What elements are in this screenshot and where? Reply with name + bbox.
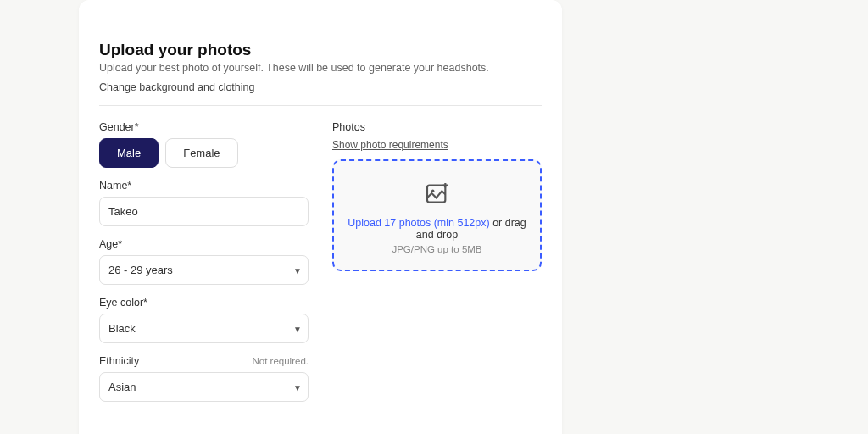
ethnicity-label: Ethnicity Not required. [99,355,309,367]
name-input[interactable] [99,197,309,226]
form-column: Gender* Male Female Name* Age* ▼ Eye col… [99,121,309,414]
photos-column: Photos Show photo requirements Upload 17… [332,121,542,414]
dropzone-text: Upload 17 photos (min 512px) or drag and… [346,217,528,241]
gender-male-button[interactable]: Male [99,138,159,168]
ethnicity-label-text: Ethnicity [99,355,139,367]
gender-female-button[interactable]: Female [165,138,237,168]
ethnicity-not-required: Not required. [253,356,309,366]
age-label: Age* [99,238,309,250]
dropzone-link-text: Upload 17 photos (min 512px) [348,217,489,229]
image-plus-icon [424,180,451,210]
show-requirements-link[interactable]: Show photo requirements [332,139,448,151]
upload-card: Upload your photos Upload your best phot… [79,0,562,434]
gender-label: Gender* [99,121,309,133]
svg-point-1 [431,190,433,192]
ethnicity-select[interactable] [99,372,309,402]
divider [99,105,542,106]
change-background-link[interactable]: Change background and clothing [99,81,254,93]
photo-dropzone[interactable]: Upload 17 photos (min 512px) or drag and… [332,159,542,271]
photos-label: Photos [332,121,542,133]
eye-color-label: Eye color* [99,297,309,309]
eye-color-select[interactable] [99,314,309,343]
name-label: Name* [99,180,309,192]
dropzone-subtext: JPG/PNG up to 5MB [346,244,528,254]
page-subtitle: Upload your best photo of yourself. Thes… [99,62,542,74]
page-title: Upload your photos [99,41,542,59]
age-select[interactable] [99,255,309,285]
